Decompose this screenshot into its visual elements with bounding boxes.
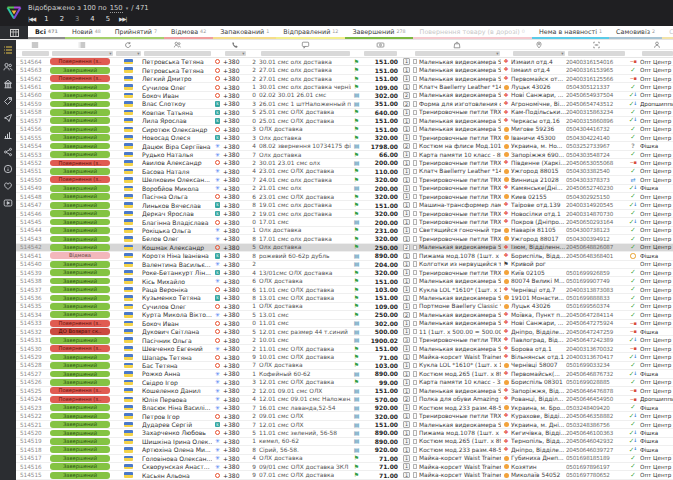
- tab-4[interactable]: Відмова42: [164, 26, 213, 39]
- table-row[interactable]: 514517ЗавершенийГоловінова Олексан...✳+3…: [16, 455, 673, 463]
- tab-3[interactable]: Прийнятий7: [108, 26, 164, 39]
- table-row[interactable]: 514554ЗавершенийДацюк Віра Сергіївна✳+38…: [16, 142, 673, 150]
- sidebar-video-help-icon[interactable]: [3, 197, 14, 208]
- page-button-3[interactable]: 3: [75, 15, 79, 23]
- filter-comment-input[interactable]: [261, 51, 350, 57]
- last-page-button[interactable]: ▶▶|: [119, 16, 126, 22]
- first-page-button[interactable]: |◀◀: [28, 16, 35, 22]
- table-row[interactable]: 514560ЗавершенийБокоч Иван+380002.02 30.…: [16, 92, 673, 100]
- table-row[interactable]: 514555ЗавершенийНовосад Олесяk+3803Олх д…: [16, 134, 673, 142]
- table-row[interactable]: 514520ЗавершенийЗахарченко Любовь+380511…: [16, 429, 673, 437]
- table-row[interactable]: 514561ЗавершенийСучилов Олег+380130.01 с…: [16, 83, 673, 91]
- table-row[interactable]: 514519ЗавершенийШишкіна Ірина Олек...✳+3…: [16, 438, 673, 446]
- table-row[interactable]: 514537ЗавершенийРаца Вероніка+380611.01 …: [16, 286, 673, 294]
- filter-city-select[interactable]: ▾: [513, 51, 565, 57]
- column-tracking-icon[interactable]: [566, 41, 626, 49]
- table-row[interactable]: 514524Повернення (з..Юлія Первова✳+38041…: [16, 396, 673, 404]
- filter-name-input[interactable]: [144, 51, 211, 57]
- column-refresh-icon[interactable]: [114, 41, 142, 49]
- sidebar-customers-icon[interactable]: [3, 61, 14, 72]
- column-status-list-icon[interactable]: [20, 41, 50, 49]
- table-row[interactable]: 514550Повернення (з..Шелковин Олексан...…: [16, 176, 673, 184]
- filter-status-select[interactable]: ▾: [52, 51, 113, 57]
- table-row[interactable]: 514539ЗавершенийРоке-Бетанкурт Лін...k+3…: [16, 269, 673, 277]
- sidebar-broadcast-icon[interactable]: [3, 112, 14, 123]
- sidebar-orders-list-icon[interactable]: [3, 44, 14, 55]
- table-row[interactable]: 514521ЗавершенийДударев Сергійk+380712.0…: [16, 421, 673, 429]
- sidebar-info-icon[interactable]: [3, 163, 14, 174]
- filter-id-input[interactable]: [22, 51, 49, 57]
- filter-tracking-input[interactable]: [568, 51, 625, 57]
- column-sort-list-icon[interactable]: [50, 41, 114, 49]
- sidebar-reports-icon[interactable]: [3, 129, 14, 140]
- table-row[interactable]: 514529ЗавершенийШапарь Тетяна+380910.01 …: [16, 353, 673, 361]
- filter-phone-select[interactable]: ▾: [225, 51, 246, 57]
- table-row[interactable]: 514556ЗавершенийСиротюк Олександр+3803ОЛ…: [16, 126, 673, 134]
- grid-view-toggle[interactable]: [0, 26, 28, 39]
- table-row[interactable]: 514541ВідмоваКоротя Ніна Іванівнаk+3808р…: [16, 252, 673, 260]
- table-row[interactable]: 514533Повернення (з..Бокоч Иван+380011.0…: [16, 320, 673, 328]
- sidebar-integrations-icon[interactable]: [3, 146, 14, 157]
- table-row[interactable]: 514523ЗавершенийВласюк Ніна Василі...✳+3…: [16, 404, 673, 412]
- column-payment-icon[interactable]: [362, 41, 400, 49]
- sidebar-company-icon[interactable]: [3, 78, 14, 89]
- table-row[interactable]: 514515ЗавершенийКасьян Альона+380907.01 …: [16, 471, 673, 479]
- app-logo[interactable]: [0, 0, 28, 26]
- filter-channel-select[interactable]: [642, 51, 673, 57]
- table-row[interactable]: 514527ЗавершенийРожко Анна✳+3801Кофейный…: [16, 370, 673, 378]
- table-row[interactable]: 514551ЗавершенийБасова Наталя✳+380423.01…: [16, 168, 673, 176]
- table-row[interactable]: 514564Повернення (з..Петровська Тетяна+3…: [16, 58, 673, 66]
- table-row[interactable]: 514559ЗавершенийВлас Слоткоуk+380326.01 …: [16, 100, 673, 108]
- table-row[interactable]: 514534ЗавершенийКурта Микола Вікто...✳+3…: [16, 311, 673, 319]
- table-row[interactable]: 514528ЗавершенийБас Тетяна+3807ОЛХ доста…: [16, 362, 673, 370]
- table-row[interactable]: 514552Повернення (з..Авилов Александр+38…: [16, 159, 673, 167]
- table-row[interactable]: 514547ЗавершенийЛиньков Вячеславk+380819…: [16, 201, 673, 209]
- table-row[interactable]: 514525Повернення (з..Кошеленко Данил✳+38…: [16, 387, 673, 395]
- sidebar-favorites-icon[interactable]: [3, 180, 14, 191]
- table-row[interactable]: 514526ЗавершенийСвідро Ігор✳+380312.01 с…: [16, 379, 673, 387]
- table-row[interactable]: 514535ЗавершенийСучилов Олег+3801ОЛХ дос…: [16, 303, 673, 311]
- table-row[interactable]: 514548ЗавершенийПасічна Ольга+380623.01 …: [16, 193, 673, 201]
- table-row[interactable]: 514553ЗавершенийРудько Наталья✳+3807Олх …: [16, 151, 673, 159]
- table-row[interactable]: 514530Повернення (з..Шевченко Евгений✳+3…: [16, 345, 673, 353]
- table-row[interactable]: 514522ЗавершенийПетров Ігор+380209.01 см…: [16, 412, 673, 420]
- tab-5[interactable]: Запакований1: [213, 26, 276, 39]
- table-row[interactable]: 514546ЗавершенийДеркач Ярославk+380219.0…: [16, 210, 673, 218]
- tab-1[interactable]: Всі471: [28, 26, 65, 39]
- table-row[interactable]: 514544ЗавершенийРокіцька Ольга✳+3801Олх …: [16, 227, 673, 235]
- page-button-1[interactable]: 1: [44, 15, 48, 23]
- table-row[interactable]: 514532ДО Возврат ск..Дукович Світлана+38…: [16, 328, 673, 336]
- page-button-2[interactable]: 2: [60, 15, 64, 23]
- column-products-icon[interactable]: [413, 41, 501, 49]
- tab-8[interactable]: Повернення товару (в дорозі)0: [413, 26, 532, 39]
- filter-product-select[interactable]: ▾: [415, 51, 500, 57]
- table-row[interactable]: 514540ЗавершенийВалентина Васильє...✳+38…: [16, 261, 673, 269]
- table-row[interactable]: 514545ЗавершенийБлагінна Владіслава+3800…: [16, 218, 673, 226]
- column-manager-icon[interactable]: [640, 41, 673, 49]
- table-row[interactable]: 514557ЗавершенийЛила Ярославk+380025.01 …: [16, 117, 673, 125]
- page-button-4[interactable]: 4: [90, 15, 94, 23]
- tab-11[interactable]: Сервіси0: [662, 26, 673, 39]
- column-comment-icon[interactable]: [259, 41, 351, 49]
- column-contacts-icon[interactable]: [142, 41, 212, 49]
- column-phone-icon[interactable]: [223, 41, 247, 49]
- sidebar-tags-icon[interactable]: [3, 95, 14, 106]
- per-page-caret-icon[interactable]: ▾: [126, 5, 129, 11]
- tab-2[interactable]: Новий48: [65, 26, 108, 39]
- filter-sum-input[interactable]: [364, 51, 397, 57]
- table-row[interactable]: 514549ЗавершенийВоробйов Микола✳+380221.…: [16, 185, 673, 193]
- table-row[interactable]: 514536ЗавершенийКузьменко Тетянаk+380813…: [16, 294, 673, 302]
- filter-flag-select[interactable]: ▾: [116, 51, 141, 57]
- table-row[interactable]: 514562Повернення (з..Легкий Дмитро+38022…: [16, 75, 673, 83]
- tab-9[interactable]: Нема в наявності1: [532, 26, 609, 39]
- page-button-5[interactable]: 5: [106, 15, 110, 23]
- table-row[interactable]: 514538ЗавершенийКісь Михайло✳+3806ОЛХ до…: [16, 277, 673, 285]
- tab-7[interactable]: Завершений278: [345, 26, 412, 39]
- table-row[interactable]: 514558ЗавершенийКовпак Татьянаk+380525.0…: [16, 109, 673, 117]
- column-location-icon[interactable]: [511, 41, 566, 49]
- tab-10[interactable]: Самовивіз2: [609, 26, 662, 39]
- table-row[interactable]: 514543ЗавершенийБелов Олег✳+380817.01 см…: [16, 235, 673, 243]
- table-row[interactable]: 514531ЗавершенийПасічник Ольга+380210.01…: [16, 336, 673, 344]
- table-row[interactable]: 514516ЗавершенийСкворунская Анаст...✳+38…: [16, 463, 673, 471]
- table-row[interactable]: 514518ЗавершенийАртюхіна Олена Ми...✳+38…: [16, 446, 673, 454]
